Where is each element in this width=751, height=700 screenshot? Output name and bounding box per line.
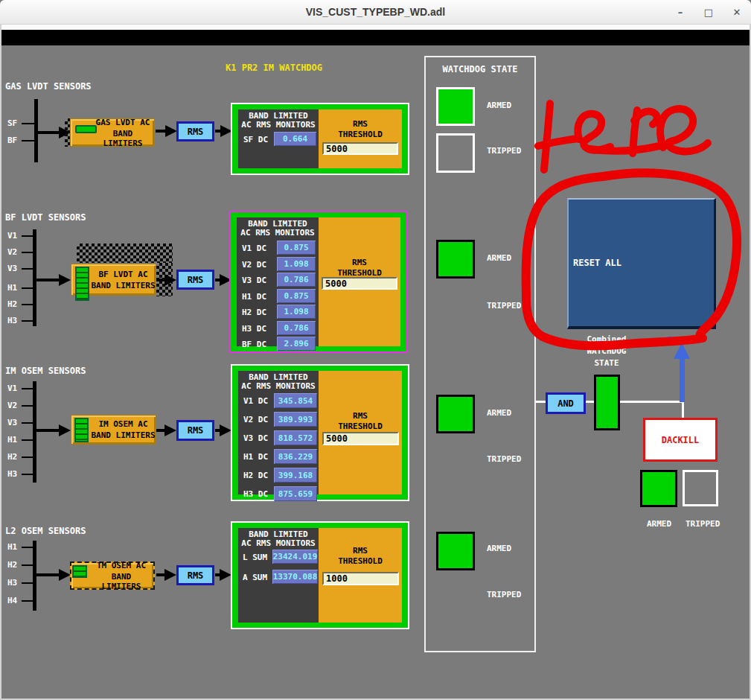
window-titlebar[interactable]: VIS_CUST_TYPEBP_WD.adl – □ ✕	[0, 0, 751, 25]
monitor-panel-bf: BAND LIMITED AC RMS MONITORS RMS THRESHO…	[229, 211, 408, 353]
sensor-bus-line	[33, 229, 36, 326]
threshold-area: RMS THRESHOLD	[319, 528, 402, 623]
monitor-title-line2: AC RMS MONITORS	[238, 538, 319, 548]
flow-arrow-icon	[164, 424, 176, 436]
rms-button-im[interactable]: RMS	[176, 420, 214, 441]
dackill-armed-indicator	[640, 470, 677, 507]
monitor-title-line2: AC RMS MONITORS	[238, 381, 319, 391]
sensor-label: V2	[7, 247, 17, 257]
monitor-title-line2: AC RMS MONITORS	[237, 228, 319, 238]
and-gate: AND	[546, 392, 586, 414]
sensor-bus-line	[33, 381, 36, 483]
titlebar-spacer	[0, 25, 751, 30]
sensor-label: H2	[7, 299, 17, 309]
combined-state-label-line1: Combined	[573, 334, 640, 344]
window-title: VIS_CUST_TYPEBP_WD.adl	[0, 6, 751, 18]
flow-line	[38, 131, 60, 134]
flow-arrow-icon	[164, 274, 176, 286]
threshold-title-line2: THRESHOLD	[319, 421, 402, 431]
hatch-pattern	[77, 244, 173, 263]
sensor-label: H1	[7, 435, 17, 445]
dackill-label: DACKILL	[662, 435, 700, 445]
threshold-title-line2: THRESHOLD	[319, 556, 402, 566]
threshold-title-line1: RMS	[319, 546, 402, 556]
monitor-panel-im: BAND LIMITED AC RMS MONITORS RMS THRESHO…	[231, 364, 409, 501]
annotation-here-strokes	[538, 104, 708, 170]
flow-arrow-icon	[220, 424, 231, 436]
flow-line	[156, 130, 166, 133]
threshold-title-line2: THRESHOLD	[319, 130, 402, 139]
sensor-label: H1	[7, 542, 17, 552]
dackill-armed-label: ARMED	[647, 519, 671, 529]
limiter-label-line2: BAND LIMITERS	[92, 129, 154, 148]
limiter-status-stack	[75, 267, 89, 301]
rms-threshold-input[interactable]	[322, 432, 399, 445]
window-maximize-icon[interactable]: □	[700, 5, 717, 20]
combined-state-label-line2: WATCHDOG	[573, 346, 640, 356]
threshold-title-line1: RMS	[319, 411, 402, 421]
window-minimize-icon[interactable]: –	[672, 5, 688, 20]
combined-state-indicator	[594, 375, 620, 430]
flow-line	[36, 573, 59, 576]
sensor-label: H3	[7, 316, 17, 325]
sensor-label: H4	[7, 596, 17, 605]
rms-button-bf[interactable]: RMS	[176, 270, 214, 290]
watchdog-state-column: WATCHDOG STATE	[424, 56, 536, 652]
monitor-readout-area: BAND LIMITED AC RMS MONITORS	[238, 109, 319, 168]
rms-button-tm[interactable]: RMS	[176, 565, 214, 585]
window-frame-left	[0, 25, 1, 700]
limiter-status-stack	[72, 565, 87, 578]
monitor-readout-area: BAND LIMITED AC RMS MONITORS	[238, 371, 319, 494]
limiter-status-indicator	[75, 125, 97, 133]
limiter-label-line1: GAS LVDT AC	[92, 118, 154, 127]
limiter-label-line2: BAND LIMITERS	[89, 572, 153, 591]
to-isi-arrow-icon	[674, 343, 690, 359]
group-title-im: IM OSEM SENSORS	[5, 366, 86, 376]
sensor-label: V1	[7, 384, 17, 393]
flow-arrow-icon	[220, 569, 231, 581]
threshold-title-line1: RMS	[319, 119, 402, 129]
window-close-icon[interactable]: ✕	[729, 5, 745, 20]
dackill-tripped-indicator	[683, 470, 718, 506]
monitor-panel-tm: BAND LIMITED AC RMS MONITORS RMS THRESHO…	[231, 521, 409, 629]
rms-threshold-input[interactable]	[322, 277, 397, 290]
screen-title: K1 PR2 IM WATCHDOG	[226, 63, 322, 73]
threshold-title-line1: RMS	[319, 258, 400, 267]
reset-all-label: RESET ALL	[573, 258, 621, 268]
watchdog-column-title: WATCHDOG STATE	[426, 64, 534, 74]
threshold-area: RMS THRESHOLD	[319, 109, 402, 168]
monitor-panel-gas: BAND LIMITED AC RMS MONITORS RMS THRESHO…	[231, 103, 409, 175]
sensor-label: H3	[7, 469, 17, 479]
group-title-gas: GAS LVDT SENSORS	[5, 81, 92, 92]
combined-state-label-line3: STATE	[573, 358, 640, 368]
to-isi-arrow-shaft	[680, 356, 685, 402]
dackill-button[interactable]: DACKILL	[643, 418, 718, 462]
group-title-bf: BF LVDT SENSORS	[5, 212, 86, 223]
rms-threshold-input[interactable]	[322, 572, 399, 585]
sensor-label: H2	[7, 452, 17, 462]
sensor-label: V2	[7, 401, 17, 410]
flow-arrow-icon	[59, 569, 71, 581]
limiter-label-line2: BAND LIMITERS	[91, 430, 156, 440]
medm-watchdog-window: VIS_CUST_TYPEBP_WD.adl – □ ✕ K1 PR2 IM W…	[0, 0, 751, 700]
screen-header-bar: K1 PR2 IM WATCHDOG	[0, 30, 751, 45]
limiter-label-line2: BAND LIMITERS	[91, 281, 156, 290]
limiter-label-line1: TM OSEM AC	[89, 561, 153, 570]
monitor-title-line2: AC RMS MONITORS	[238, 120, 319, 130]
sensor-label: H1	[7, 283, 17, 293]
rms-button-gas[interactable]: RMS	[176, 121, 214, 141]
sensor-label: V3	[7, 264, 17, 273]
flow-arrow-icon	[59, 424, 71, 436]
rms-threshold-input[interactable]	[322, 142, 398, 155]
sensor-label: SF	[7, 118, 17, 128]
flow-arrow-icon	[59, 274, 71, 286]
monitor-readout-area: BAND LIMITED AC RMS MONITORS	[238, 528, 319, 623]
flow-arrow-icon	[164, 569, 176, 581]
sensor-tick-line	[22, 140, 34, 141]
logic-line-vertical	[682, 403, 684, 419]
group-title-l2: L2 OSEM SENSORS	[5, 526, 86, 536]
sensor-label: H3	[7, 578, 17, 588]
reset-all-button[interactable]: RESET ALL	[567, 198, 716, 329]
sensor-label: BF	[7, 136, 17, 145]
threshold-area: RMS THRESHOLD	[319, 217, 400, 346]
